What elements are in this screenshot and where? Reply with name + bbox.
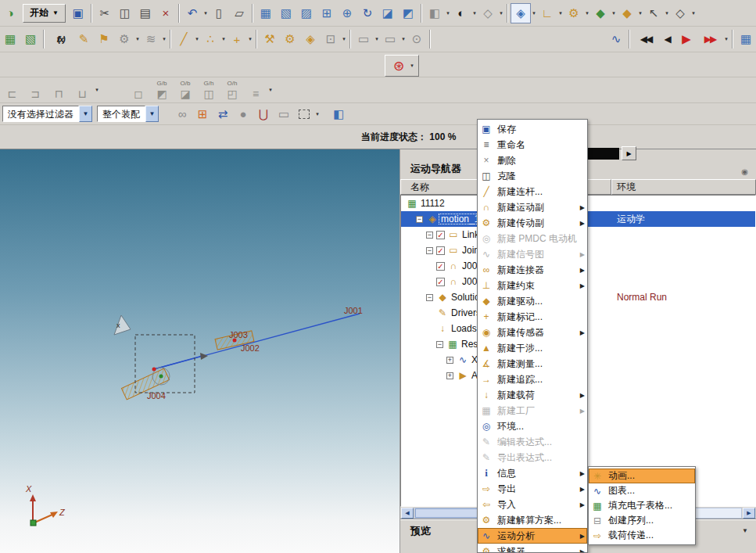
option-box-a-icon[interactable]: ▭ [353, 29, 374, 49]
menu-item-environment[interactable]: ◎环境... [478, 418, 587, 434]
clear-diamond-icon[interactable]: ◇ [670, 3, 690, 23]
collapse-icon[interactable]: ▼ [742, 527, 748, 534]
chevron-down-icon[interactable]: ▾ [341, 36, 347, 42]
wireframe-cube-icon[interactable]: ◇ [478, 3, 498, 23]
spreadsheet-icon[interactable]: ▦ [0, 29, 20, 49]
sphere-filter-icon[interactable]: ● [233, 104, 253, 124]
menu-item-rename[interactable]: ≡重命名 [478, 137, 587, 153]
mech-hammer-icon[interactable]: ⚒ [260, 29, 280, 49]
collapse-expander-icon[interactable]: − [416, 216, 423, 223]
menu-item-new-link[interactable]: ╱新建连杆... [478, 184, 587, 199]
swap-arrows-icon[interactable]: ⇄ [213, 104, 233, 124]
option-box-b-icon[interactable]: ▭ [380, 29, 400, 49]
undo-icon[interactable]: ↶ [182, 3, 202, 23]
spring-icon[interactable]: ≋ [141, 29, 161, 49]
chevron-down-icon[interactable]: ▾ [161, 36, 167, 42]
selection-filter-dropdown[interactable]: 没有选择过滤器 ▼ [2, 106, 92, 122]
select-cursor-icon[interactable]: ↖ [643, 3, 664, 23]
copy-display-icon[interactable]: ▯ [209, 3, 229, 23]
menu-item-information[interactable]: i信息▶ [478, 465, 587, 481]
chevron-down-icon[interactable]: ▾ [690, 10, 697, 16]
menu-item-new-interference[interactable]: ▲新建干涉... [478, 340, 587, 356]
mech-gears-icon[interactable]: ⚙ [280, 29, 300, 49]
menu-item-solver[interactable]: ⚙求解器▶ [478, 544, 587, 553]
start-menu-button[interactable]: 开始 ▼ [23, 4, 66, 23]
tree-item-label[interactable]: Loads [449, 323, 479, 334]
solid-cube-icon[interactable]: ◧ [425, 3, 445, 23]
menu-item-motion-analysis[interactable]: ∿运动分析▶ [478, 528, 587, 544]
menu-item-new-measure[interactable]: ∡新建测量... [478, 356, 587, 372]
expand-expander-icon[interactable]: + [446, 357, 453, 364]
chevron-down-icon[interactable]: ▾ [637, 10, 643, 16]
refresh-icon[interactable]: ↻ [357, 3, 378, 23]
menu-item-new-driver[interactable]: ◆新建驱动... [478, 293, 587, 309]
window-cascade-icon[interactable]: ▧ [276, 3, 296, 23]
chevron-down-icon[interactable]: ▾ [220, 36, 227, 42]
chevron-down-icon[interactable]: ▾ [247, 36, 253, 42]
search-icon[interactable]: ⊙ [407, 29, 427, 49]
snap-box-icon[interactable]: ▭ [274, 104, 294, 124]
spreadsheet-edit-icon[interactable]: ▧ [20, 29, 41, 49]
expression-fx-icon[interactable]: f(x) [47, 29, 73, 49]
step-forward-button[interactable]: ▶ [622, 146, 636, 160]
pin-icon[interactable]: ◉ [741, 167, 748, 176]
zoom-in-icon[interactable]: ⊕ [337, 3, 357, 23]
scroll-right-button[interactable]: ▶ [743, 508, 755, 519]
collapse-expander-icon[interactable]: − [436, 341, 443, 348]
chevron-down-icon[interactable]: ▾ [531, 10, 537, 16]
checkbox-checked-icon[interactable]: ✓ [436, 278, 445, 286]
submenu-item-chart[interactable]: ∿图表... [589, 483, 695, 498]
menu-item-new-constraint[interactable]: ⊥新建约束▶ [478, 278, 587, 293]
menu-item-clone[interactable]: ◫克隆 [478, 168, 587, 184]
gears-icon[interactable]: ⚙ [114, 29, 134, 49]
magnet-snap-icon[interactable]: ⋃ [253, 104, 274, 124]
snap-diamond-icon[interactable]: ◆ [590, 3, 611, 23]
cut-icon[interactable]: ✂ [95, 3, 115, 23]
checkbox-checked-icon[interactable]: ✓ [436, 246, 445, 255]
menu-item-new-transmission[interactable]: ⚙新建传动副▶ [478, 215, 587, 231]
paste-display-icon[interactable]: ▱ [229, 3, 249, 23]
menu-item-new-sensor[interactable]: ◉新建传感器▶ [478, 325, 587, 340]
step-back-icon[interactable]: ◀ [659, 29, 676, 49]
chevron-down-icon[interactable]: ▼ [79, 106, 92, 122]
add-grid-icon[interactable]: ⊞ [192, 104, 213, 124]
menu-item-new-trace[interactable]: →新建追踪... [478, 372, 587, 387]
chevron-down-icon[interactable]: ▾ [611, 10, 617, 16]
delete-icon[interactable]: × [156, 3, 176, 23]
mech-window-icon[interactable]: ◈ [300, 29, 321, 49]
menu-item-import[interactable]: ⇦导入▶ [478, 497, 587, 512]
edit-diamond-icon[interactable]: ◆ [617, 3, 637, 23]
window-small-icon[interactable]: ▦ [736, 29, 756, 49]
submenu-item-create-sequence[interactable]: ⊟创建序列... [589, 513, 695, 528]
collapse-expander-icon[interactable]: − [426, 232, 433, 239]
selection-rectangle-icon[interactable] [294, 104, 314, 124]
collapse-expander-icon[interactable]: − [426, 247, 433, 254]
chevron-down-icon[interactable]: ▾ [445, 10, 451, 16]
window-layout-icon[interactable]: ▦ [256, 3, 276, 23]
submenu-item-animation[interactable]: ✳动画... [589, 469, 695, 483]
shaded-sphere-icon[interactable]: ◐ [451, 3, 471, 23]
menu-item-new-connector[interactable]: ∞新建连接器▶ [478, 262, 587, 278]
window-grid-icon[interactable]: ▨ [296, 3, 317, 23]
link-filter-icon[interactable]: ∞ [172, 104, 192, 124]
work-cube-icon[interactable]: ◧ [328, 104, 349, 124]
selection-scope-dropdown[interactable]: 整个装配 ▼ [97, 106, 159, 122]
menu-item-save[interactable]: ▣保存 [478, 121, 587, 137]
display-mode-icon[interactable]: ◩ [398, 3, 418, 23]
tool-gear-icon[interactable]: ⚙ [564, 3, 584, 23]
go-to-start-icon[interactable]: ◀◀ [632, 29, 659, 49]
checkbox-checked-icon[interactable]: ✓ [436, 231, 445, 239]
paste-icon[interactable]: ▤ [135, 3, 156, 23]
play-icon[interactable]: ▶ [676, 29, 697, 49]
sketch-line-icon[interactable]: ╱ [174, 29, 194, 49]
menu-item-new-load[interactable]: ↓新建载荷▶ [478, 387, 587, 403]
cross-point-icon[interactable]: + [227, 29, 247, 49]
motion-simulation-gear-icon[interactable]: ⊛ [389, 56, 409, 76]
chevron-down-icon[interactable]: ▾ [664, 10, 670, 16]
chevron-down-icon[interactable]: ▾ [314, 111, 321, 117]
copy-icon[interactable]: ◫ [115, 3, 135, 23]
chevron-down-icon[interactable]: ▾ [194, 36, 200, 42]
menu-item-export[interactable]: ⇨导出▶ [478, 481, 587, 497]
chevron-down-icon[interactable]: ▼ [145, 106, 159, 122]
save-icon[interactable]: ▣ [68, 3, 88, 23]
